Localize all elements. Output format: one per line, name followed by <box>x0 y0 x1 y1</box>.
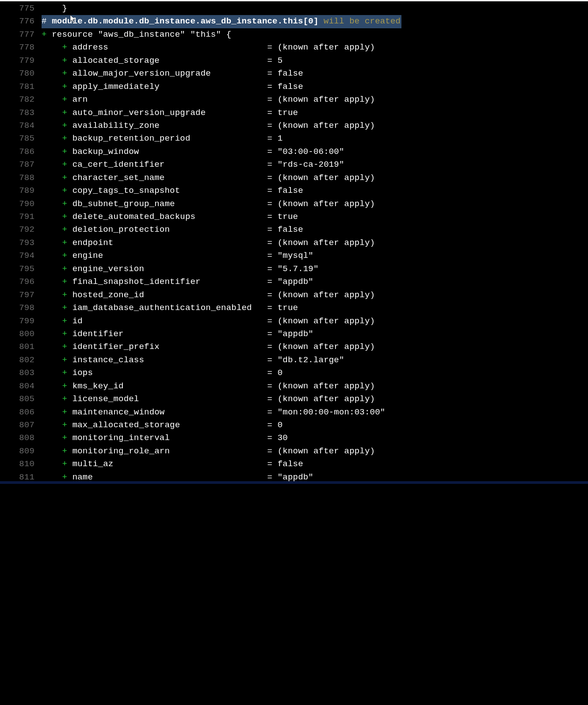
attr-value: "5.7.19" <box>278 264 319 274</box>
code-line[interactable]: 793 + endpoint = (known after apply) <box>0 237 588 249</box>
line-number: 801 <box>0 341 42 353</box>
equals-op: = <box>267 134 278 143</box>
window-bottom-strip <box>0 481 588 484</box>
code-content: + copy_tags_to_snapshot = false <box>42 184 588 197</box>
code-line[interactable]: 797 + hosted_zone_id = (known after appl… <box>0 289 588 302</box>
code-line[interactable]: 789 + copy_tags_to_snapshot = false <box>0 184 588 197</box>
code-line[interactable]: 787 + ca_cert_identifier = "rds-ca-2019" <box>0 158 588 171</box>
code-content: + arn = (known after apply) <box>42 93 588 106</box>
code-line[interactable]: 775 } <box>0 2 588 15</box>
code-content: + license_model = (known after apply) <box>42 393 588 406</box>
code-content: + delete_automated_backups = true <box>42 211 588 223</box>
code-line[interactable]: 780 + allow_major_version_upgrade = fals… <box>0 67 588 80</box>
attr-value: 1 <box>278 134 283 143</box>
attr-key: license_model <box>73 394 267 404</box>
diff-plus-icon: + <box>62 472 67 482</box>
code-line[interactable]: 777 + resource "aws_db_instance" "this" … <box>0 28 588 41</box>
line-number: 795 <box>0 263 42 276</box>
equals-op: = <box>267 277 278 287</box>
code-line[interactable]: 803 + iops = 0 <box>0 367 588 379</box>
code-line[interactable]: 786 + backup_window = "03:00-06:00" <box>0 146 588 158</box>
line-number: 790 <box>0 198 42 211</box>
line-number: 794 <box>0 249 42 262</box>
equals-op: = <box>267 199 278 209</box>
code-line[interactable]: 791 + delete_automated_backups = true <box>0 211 588 223</box>
attr-key: allocated_storage <box>73 56 267 65</box>
code-content: + instance_class = "db.t2.large" <box>42 354 588 367</box>
code-line[interactable]: 798 + iam_database_authentication_enable… <box>0 302 588 314</box>
code-line[interactable]: 776 # module.db.module.db_instance.aws_d… <box>0 15 588 28</box>
attr-value: "03:00-06:00" <box>278 147 344 157</box>
code-line[interactable]: 790 + db_subnet_group_name = (known afte… <box>0 198 588 211</box>
attr-key: endpoint <box>73 238 267 248</box>
code-line[interactable]: 796 + final_snapshot_identifier = "appdb… <box>0 276 588 288</box>
attr-value: (known after apply) <box>278 238 375 248</box>
diff-plus-icon: + <box>62 329 67 339</box>
code-line[interactable]: 795 + engine_version = "5.7.19" <box>0 263 588 276</box>
code-line[interactable]: 785 + backup_retention_period = 1 <box>0 132 588 145</box>
attr-key: kms_key_id <box>73 381 267 391</box>
diff-plus-icon: + <box>62 342 67 352</box>
code-line[interactable]: 783 + auto_minor_version_upgrade = true <box>0 107 588 119</box>
diff-plus-icon: + <box>62 355 67 365</box>
code-content: + final_snapshot_identifier = "appdb" <box>42 276 588 288</box>
code-line[interactable]: 810 + multi_az = false <box>0 458 588 471</box>
equals-op: = <box>267 316 278 326</box>
attr-value: (known after apply) <box>278 95 375 104</box>
equals-op: = <box>267 225 278 234</box>
attr-key: backup_window <box>73 147 267 157</box>
equals-op: = <box>267 290 278 300</box>
code-line[interactable]: 792 + deletion_protection = false <box>0 223 588 236</box>
diff-plus-icon: + <box>62 199 67 209</box>
code-line[interactable]: 809 + monitoring_role_arn = (known after… <box>0 445 588 458</box>
code-line[interactable]: 806 + maintenance_window = "mon:00:00-mo… <box>0 406 588 419</box>
attr-key: copy_tags_to_snapshot <box>73 186 267 195</box>
diff-plus-icon: + <box>62 251 67 261</box>
attr-key: identifier_prefix <box>73 342 267 352</box>
equals-op: = <box>267 433 278 443</box>
attr-key: instance_class <box>73 355 267 365</box>
code-content: + id = (known after apply) <box>42 315 588 328</box>
attr-key: max_allocated_storage <box>73 420 267 430</box>
code-line[interactable]: 807 + max_allocated_storage = 0 <box>0 419 588 432</box>
code-line[interactable]: 784 + availability_zone = (known after a… <box>0 119 588 132</box>
code-line[interactable]: 800 + identifier = "appdb" <box>0 328 588 341</box>
line-number: 803 <box>0 367 42 379</box>
line-number: 786 <box>0 146 42 158</box>
line-number: 809 <box>0 445 42 458</box>
equals-op: = <box>267 108 278 118</box>
comment-trail: will be created <box>319 16 401 26</box>
code-line[interactable]: 802 + instance_class = "db.t2.large" <box>0 354 588 367</box>
attr-value: 30 <box>278 433 288 443</box>
diff-plus-icon: + <box>62 186 67 195</box>
line-number: 799 <box>0 315 42 328</box>
line-number: 791 <box>0 211 42 223</box>
line-number: 775 <box>0 2 42 15</box>
code-line[interactable]: 782 + arn = (known after apply) <box>0 93 588 106</box>
equals-op: = <box>267 303 278 313</box>
code-line[interactable]: 794 + engine = "mysql" <box>0 249 588 262</box>
equals-op: = <box>267 147 278 157</box>
equals-op: = <box>267 355 278 365</box>
code-line[interactable]: 778 + address = (known after apply) <box>0 41 588 54</box>
code-line[interactable]: 805 + license_model = (known after apply… <box>0 393 588 406</box>
code-line[interactable]: 781 + apply_immediately = false <box>0 80 588 93</box>
code-line[interactable]: 801 + identifier_prefix = (known after a… <box>0 341 588 353</box>
code-editor[interactable]: 775 } 776 # module.db.module.db_instance… <box>0 1 588 484</box>
code-content: + resource "aws_db_instance" "this" { <box>42 28 588 41</box>
line-number: 776 <box>0 15 42 28</box>
diff-plus-icon: + <box>62 82 67 92</box>
code-line[interactable]: 779 + allocated_storage = 5 <box>0 54 588 67</box>
code-line[interactable]: 799 + id = (known after apply) <box>0 315 588 328</box>
attr-key: address <box>73 42 267 52</box>
code-line[interactable]: 788 + character_set_name = (known after … <box>0 172 588 184</box>
code-line[interactable]: 804 + kms_key_id = (known after apply) <box>0 380 588 393</box>
attr-value: (known after apply) <box>278 173 375 183</box>
attr-key: delete_automated_backups <box>73 212 267 222</box>
attr-value: (known after apply) <box>278 42 375 52</box>
code-line[interactable]: 808 + monitoring_interval = 30 <box>0 432 588 444</box>
code-content: + identifier_prefix = (known after apply… <box>42 341 588 353</box>
code-content: + allow_major_version_upgrade = false <box>42 67 588 80</box>
attr-value: 0 <box>278 368 283 378</box>
attr-key: engine <box>73 251 267 261</box>
